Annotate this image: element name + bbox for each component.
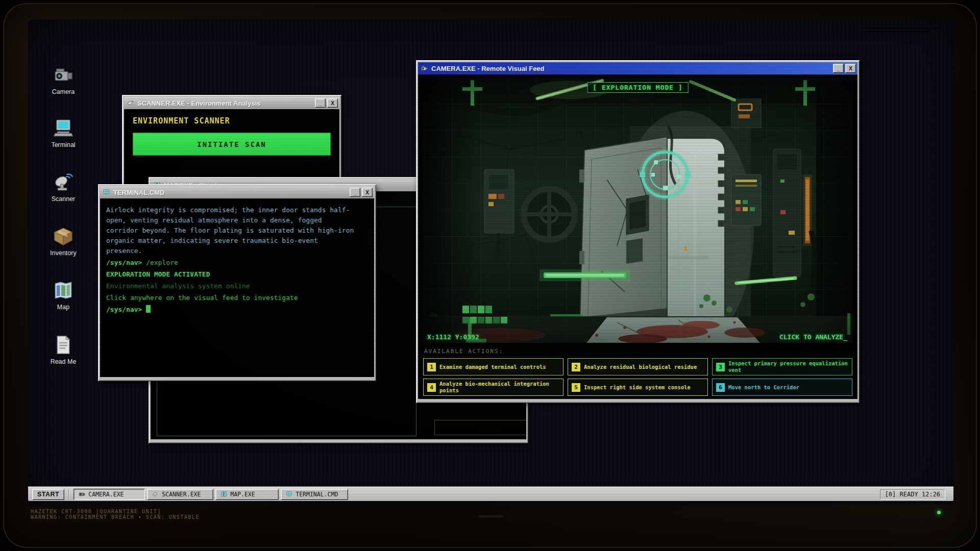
- terminal-command-line: /sys/nav> /explore: [106, 258, 368, 268]
- desktop-icon-readme[interactable]: Read Me: [42, 334, 85, 365]
- terminal-line: Airlock integrity is compromised; the in…: [106, 205, 368, 215]
- action-button-5[interactable]: 5 Inspect right side system console: [568, 379, 708, 396]
- desktop-icon-label: Terminal: [42, 141, 85, 148]
- terminal-command: /explore: [142, 259, 178, 266]
- map-icon: [220, 491, 227, 497]
- desktop-icon-label: Scanner: [42, 195, 85, 203]
- action-button-6[interactable]: 6 Move north to Corridor: [712, 379, 852, 396]
- camera-feed-art: [423, 78, 852, 343]
- taskbar-item-label: SCANNER.EXE: [162, 491, 201, 498]
- start-button[interactable]: START: [32, 489, 64, 500]
- power-led: [937, 511, 941, 514]
- scanner-window-title: SCANNER.EXE - Environment Analysis: [137, 99, 261, 107]
- taskbar-item-terminal[interactable]: TERMINAL.CMD: [281, 489, 348, 500]
- initiate-scan-button[interactable]: INITIATE SCAN: [133, 133, 331, 156]
- map-icon: [53, 280, 74, 301]
- action-button-2[interactable]: 2 Analyze residual biological residue: [568, 358, 708, 375]
- action-label: Move north to Corridor: [728, 384, 799, 391]
- desktop-icon-terminal[interactable]: Terminal: [42, 117, 85, 148]
- taskbar: START CAMERA.EXE SCANNER.EXE: [28, 487, 953, 501]
- desktop-icon-camera[interactable]: Camera: [42, 64, 85, 95]
- action-label: Inspect right side system console: [584, 384, 691, 391]
- camera-titlebar[interactable]: CAMERA.EXE - Remote Visual Feed _ X: [418, 62, 857, 74]
- desktop-icon-label: Map: [42, 304, 85, 311]
- terminal-online-line: Environmental analysis system online: [106, 281, 368, 291]
- camera-window-icon: [421, 65, 428, 72]
- action-number: 6: [716, 383, 725, 392]
- taskbar-item-scanner[interactable]: SCANNER.EXE: [147, 489, 213, 500]
- feed-coordinates: X:1112 Y:0392: [427, 333, 479, 341]
- bezel-brand-text: HAZETEK CRT-3000 [QUARANTINE UNIT] WARNI…: [31, 509, 200, 520]
- camera-window: CAMERA.EXE - Remote Visual Feed _ X: [416, 60, 860, 403]
- terminal-window-title: TERMINAL.CMD: [113, 189, 164, 196]
- action-label: Analyze bio-mechanical integration point…: [439, 381, 559, 393]
- camera-icon: [79, 491, 85, 497]
- terminal-prompt: /sys/nav>: [106, 259, 142, 266]
- visual-feed[interactable]: [ EXPLORATION MODE ] X:1112 Y:0392 CLICK…: [423, 78, 852, 343]
- action-number: 1: [427, 363, 436, 371]
- terminal-output[interactable]: Airlock integrity is compromised; the in…: [100, 198, 374, 377]
- action-button-1[interactable]: 1 Examine damaged terminal controls: [423, 358, 564, 375]
- action-number: 2: [572, 363, 580, 371]
- terminal-window-icon: [103, 189, 110, 196]
- bezel-brand-line1: HAZETEK CRT-3000 [QUARANTINE UNIT]: [31, 509, 200, 514]
- terminal-titlebar[interactable]: TERMINAL.CMD _ X: [100, 186, 374, 198]
- terminal-window: TERMINAL.CMD _ X Airlock integrity is co…: [98, 184, 376, 381]
- terminal-cursor: [146, 305, 151, 313]
- close-button[interactable]: X: [327, 98, 338, 108]
- minimize-button[interactable]: _: [315, 98, 326, 108]
- crt-monitor: HAZETEK CRT-3000 [QUARANTINE UNIT] WARNI…: [0, 0, 980, 551]
- close-button[interactable]: X: [845, 64, 856, 73]
- taskbar-item-label: CAMERA.EXE: [88, 491, 124, 498]
- terminal-mode-line: EXPLORATION MODE ACTIVATED: [106, 269, 368, 280]
- taskbar-item-label: MAP.EXE: [230, 491, 255, 498]
- minimize-button[interactable]: _: [350, 188, 360, 197]
- desktop-icon-inventory[interactable]: Inventory: [42, 226, 85, 257]
- screen-glare-2: [863, 31, 929, 32]
- click-to-analyze-hint: CLICK TO ANALYZE_: [779, 333, 847, 341]
- available-actions-label: AVAILABLE ACTIONS:: [424, 348, 503, 355]
- inventory-box-icon: [53, 226, 74, 247]
- terminal-line: presence.: [106, 246, 368, 256]
- scanner-window-icon: [127, 99, 134, 107]
- exploration-mode-badge: [ EXPLORATION MODE ]: [587, 82, 689, 93]
- taskbar-item-map[interactable]: MAP.EXE: [215, 489, 279, 500]
- terminal-icon: [53, 117, 74, 139]
- bezel-slot: [478, 515, 504, 517]
- terminal-line: organic matter, indicating severe trauma…: [106, 236, 368, 246]
- bezel-warning-line: WARNING: CONTAINMENT BREACH • SCAN: UNST…: [31, 514, 200, 520]
- screen-glare: [863, 28, 941, 29]
- terminal-line: open, venting residual atmosphere into a…: [106, 215, 368, 226]
- camera-content: [ EXPLORATION MODE ] X:1112 Y:0392 CLICK…: [418, 74, 857, 399]
- action-label: Examine damaged terminal controls: [439, 364, 546, 370]
- taskbar-item-label: TERMINAL.CMD: [296, 491, 338, 498]
- airlock-wheel: [524, 189, 575, 240]
- scanner-titlebar[interactable]: SCANNER.EXE - Environment Analysis _ X: [124, 97, 339, 109]
- desktop: Camera Terminal Scanner: [28, 19, 953, 504]
- terminal-icon: [286, 491, 292, 497]
- camera-icon: [53, 64, 74, 86]
- document-icon: [53, 334, 74, 356]
- scanner-heading: ENVIRONMENT SCANNER: [133, 116, 230, 126]
- taskbar-separator: [68, 489, 69, 499]
- terminal-input-line[interactable]: /sys/nav>: [106, 305, 368, 315]
- minimize-button[interactable]: _: [833, 64, 844, 73]
- taskbar-item-camera[interactable]: CAMERA.EXE: [74, 489, 145, 500]
- action-number: 5: [572, 383, 580, 392]
- scanner-icon: [152, 491, 159, 497]
- action-label: Inspect primary pressure equalization ve…: [728, 360, 848, 373]
- action-number: 3: [716, 363, 725, 371]
- action-button-3[interactable]: 3 Inspect primary pressure equalization …: [712, 358, 852, 375]
- desktop-icon-scanner[interactable]: Scanner: [42, 171, 85, 203]
- desktop-icon-label: Inventory: [42, 249, 85, 257]
- desktop-icon-label: Read Me: [42, 358, 85, 365]
- action-number: 4: [427, 383, 436, 392]
- scanner-icon: [53, 171, 74, 193]
- map-room-outline: [434, 420, 526, 435]
- airlock-door: [579, 137, 667, 343]
- action-button-4[interactable]: 4 Analyze bio-mechanical integration poi…: [423, 379, 564, 396]
- close-button[interactable]: X: [362, 188, 373, 197]
- desktop-icon-map[interactable]: Map: [42, 280, 85, 311]
- action-label: Analyze residual biological residue: [584, 364, 697, 370]
- desktop-icon-label: Camera: [42, 88, 85, 95]
